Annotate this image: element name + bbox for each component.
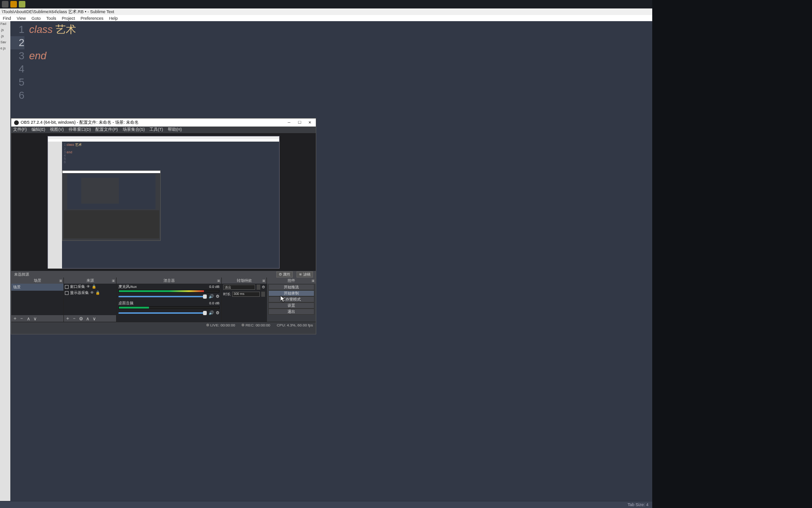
properties-button[interactable]: ⚙属性 — [276, 271, 293, 278]
taskbar-icon[interactable] — [19, 1, 25, 8]
transition-select[interactable]: 淡出 — [223, 285, 255, 290]
popout-icon[interactable]: ▣ — [262, 279, 265, 283]
channel-db: 0.0 dB — [209, 285, 219, 289]
spin-buttons[interactable] — [261, 292, 265, 297]
taskbar-icon[interactable] — [2, 1, 8, 8]
obs-menu-dock[interactable]: 停靠窗口(D) — [69, 127, 91, 133]
menu-project[interactable]: Project — [62, 16, 75, 21]
line-number: 1 — [10, 23, 24, 36]
source-item[interactable]: 显示器采集👁🔒 — [64, 290, 116, 296]
scene-item[interactable]: 场景 — [11, 284, 63, 291]
menu-preferences[interactable]: Preferences — [80, 16, 103, 21]
gear-icon: ⚙ — [279, 272, 282, 277]
obs-menubar: 文件(F) 编辑(E) 视图(V) 停靠窗口(D) 配置文件(P) 场景集合(S… — [11, 127, 316, 133]
status-tab-size[interactable]: Tab Size: 4 — [627, 502, 648, 507]
obs-menu-help[interactable]: 帮助(H) — [168, 127, 182, 133]
obs-statusbar: LIVE: 00:00:00 REC: 00:00:00 CPU: 4.3%, … — [11, 322, 316, 328]
start-stream-button[interactable]: 开始推流 — [268, 284, 314, 290]
source-item[interactable]: 窗口采集👁🔒 — [64, 284, 116, 290]
popout-icon[interactable]: ▣ — [112, 279, 115, 283]
gear-icon[interactable]: ⚙ — [262, 285, 265, 289]
taskbar-icon[interactable] — [10, 1, 17, 8]
menu-find[interactable]: Find — [3, 16, 11, 21]
line-number: 6 — [10, 89, 24, 102]
maximize-button[interactable]: ☐ — [294, 119, 304, 127]
popout-icon[interactable]: ▣ — [59, 279, 62, 283]
obs-window: OBS 27.2.4 (64-bit, windows) - 配置文件: 未命名… — [11, 118, 316, 334]
obs-menu-file[interactable]: 文件(F) — [13, 127, 27, 133]
scenes-dock: 场景▣ 场景 ＋ － ∧ ∨ — [11, 278, 64, 322]
preview-nested-obs — [62, 170, 161, 241]
visibility-icon[interactable]: 👁 — [86, 285, 90, 289]
menu-view[interactable]: View — [17, 16, 26, 21]
mixer-channel: 麦克风/Aux0.0 dB 🔊⚙ — [117, 284, 221, 300]
obs-menu-tools[interactable]: 工具(T) — [149, 127, 163, 133]
popout-icon[interactable]: ▣ — [217, 279, 220, 283]
filter-icon: ≋ — [299, 272, 302, 277]
sources-title: 来源 — [86, 278, 94, 283]
sidebar-item[interactable]: Fad — [0, 22, 10, 25]
scene-up-button[interactable]: ∧ — [25, 316, 31, 321]
sidebar-item[interactable]: e.js — [0, 47, 10, 50]
gear-icon[interactable]: ⚙ — [216, 310, 219, 315]
scene-down-button[interactable]: ∨ — [32, 316, 38, 321]
source-down-button[interactable]: ∨ — [91, 316, 97, 321]
duration-input[interactable]: 300 ms — [232, 292, 260, 297]
start-record-button[interactable]: 开始录制 — [268, 290, 314, 296]
menu-tools[interactable]: Tools — [46, 16, 56, 21]
obs-menu-profile[interactable]: 配置文件(P) — [95, 127, 117, 133]
controls-dock: 控件▣ 开始推流 开始录制 工作室模式 设置 退出 — [267, 278, 316, 322]
obs-titlebar[interactable]: OBS 27.2.4 (64-bit, windows) - 配置文件: 未命名… — [11, 119, 316, 127]
obs-menu-scenecol[interactable]: 场景集合(S) — [123, 127, 145, 133]
obs-menu-edit[interactable]: 编辑(E) — [31, 127, 45, 133]
sublime-titlebar[interactable]: \Tools\AboutIDE\SublimeX64\class 艺术.RB •… — [0, 8, 652, 15]
visibility-icon[interactable]: 👁 — [90, 291, 94, 295]
source-up-button[interactable]: ∧ — [85, 316, 90, 321]
sidebar-item[interactable]: .js — [0, 34, 10, 38]
speaker-icon[interactable]: 🔊 — [209, 294, 214, 299]
obs-menu-view[interactable]: 视图(V) — [50, 127, 63, 133]
sublime-statusbar: Tab Size: 4 — [0, 501, 652, 508]
filters-button[interactable]: ≋滤镜 — [297, 271, 313, 278]
close-button[interactable]: ✕ — [304, 119, 315, 127]
volume-slider[interactable] — [118, 312, 207, 314]
settings-button[interactable]: 设置 — [268, 302, 314, 309]
remove-scene-button[interactable]: － — [19, 316, 24, 321]
controls-title: 控件 — [288, 278, 295, 283]
speaker-icon[interactable]: 🔊 — [209, 310, 214, 315]
keyword: class — [29, 24, 53, 35]
transitions-dock: 转场特效▣ 淡出 ⚙ 时长 300 ms — [222, 278, 267, 322]
obs-docks: 场景▣ 场景 ＋ － ∧ ∨ 来源▣ 窗口采集👁🔒 显示器采集👁🔒 — [11, 278, 316, 322]
menu-help[interactable]: Help — [109, 16, 118, 21]
keyword: end — [29, 50, 47, 62]
lock-icon[interactable]: 🔒 — [92, 285, 96, 289]
remove-source-button[interactable]: － — [71, 316, 77, 321]
status-cpu: CPU: 4.3%, 60.00 fps — [277, 323, 313, 327]
add-scene-button[interactable]: ＋ — [12, 316, 18, 321]
sublime-sidebar[interactable]: Fad .js .js Sav e.js — [0, 21, 10, 501]
menu-goto[interactable]: Goto — [31, 16, 41, 21]
exit-button[interactable]: 退出 — [268, 309, 314, 315]
channel-name: 麦克风/Aux — [118, 285, 137, 289]
popout-icon[interactable]: ▣ — [312, 279, 315, 283]
class-name: 艺术 — [55, 24, 76, 35]
sidebar-item[interactable]: .js — [0, 28, 10, 32]
studio-mode-button[interactable]: 工作室模式 — [268, 296, 314, 302]
duration-label: 时长 — [223, 292, 231, 297]
line-number: 2 — [10, 36, 24, 49]
line-number: 3 — [10, 49, 24, 63]
obs-title: OBS 27.2.4 (64-bit, windows) - 配置文件: 未命名… — [21, 119, 139, 126]
add-source-button[interactable]: ＋ — [65, 316, 70, 321]
gear-icon[interactable]: ⚙ — [216, 294, 219, 299]
sidebar-item[interactable]: Sav — [0, 40, 10, 44]
lock-icon[interactable]: 🔒 — [95, 291, 100, 295]
channel-name: 桌面音频 — [118, 301, 133, 306]
obs-preview[interactable]: 1 class 艺术 2 3 end 4 5 6 — [11, 133, 316, 271]
obs-logo-icon — [14, 120, 19, 125]
volume-slider[interactable] — [118, 296, 207, 297]
spin-buttons[interactable] — [257, 285, 260, 290]
mixer-channel: 桌面音频0.0 dB 🔊⚙ — [117, 300, 221, 317]
preview-canvas[interactable]: 1 class 艺术 2 3 end 4 5 6 — [47, 136, 280, 269]
source-props-button[interactable]: ⚙ — [78, 316, 84, 321]
minimize-button[interactable]: ─ — [284, 119, 294, 127]
